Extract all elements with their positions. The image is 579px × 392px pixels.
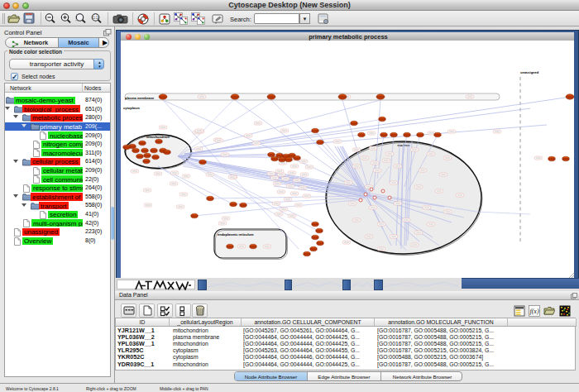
svg-text:endoplasmic reticulum: endoplasmic reticulum xyxy=(218,232,254,237)
svg-text:f(x): f(x) xyxy=(529,308,538,315)
svg-text:unassigned: unassigned xyxy=(520,70,539,74)
svg-text:plasma membrane: plasma membrane xyxy=(125,96,155,100)
svg-text:mitochondrion: mitochondrion xyxy=(146,135,170,139)
svg-text:1:1: 1:1 xyxy=(93,16,98,20)
svg-text:cytoplasm: cytoplasm xyxy=(123,106,140,110)
